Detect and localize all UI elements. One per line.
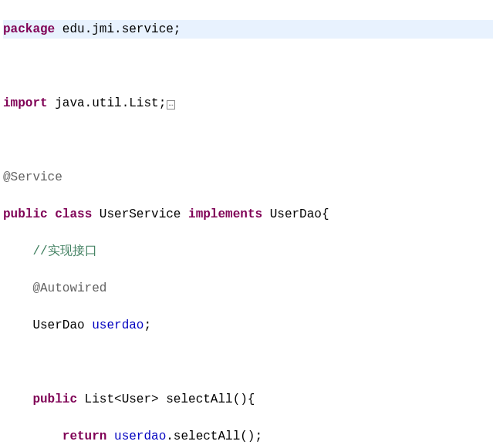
fold-indicator-icon[interactable]: …: [167, 100, 175, 109]
keyword: package: [3, 22, 55, 36]
text: edu.jmi.service;: [55, 22, 181, 36]
type: UserDao: [32, 318, 92, 332]
code-line: [3, 353, 493, 372]
code-line: @Service: [3, 168, 493, 187]
keyword: public: [3, 207, 48, 221]
text: UserDao{: [262, 207, 329, 221]
indent: [3, 281, 32, 295]
class-name: UserService: [92, 207, 188, 221]
code-line: return userdao.selectAll();: [3, 427, 493, 446]
code-line: package edu.jmi.service;: [3, 20, 493, 39]
text: List<User> selectAll(){: [77, 392, 255, 406]
code-line: [3, 57, 493, 76]
code-line: //实现接口: [3, 242, 493, 261]
annotation: @Autowired: [32, 281, 106, 295]
code-editor: package edu.jmi.service; import java.uti…: [0, 0, 493, 448]
field: userdao: [114, 429, 166, 443]
sp: [106, 429, 114, 443]
keyword: public: [32, 392, 77, 406]
code-line: public List<User> selectAll(){: [3, 390, 493, 409]
code-line: [3, 131, 493, 150]
code-line: import java.util.List;…: [3, 94, 493, 113]
code-line: @Autowired: [3, 279, 493, 298]
punct: ;: [144, 318, 151, 332]
text: .selectAll();: [166, 429, 262, 443]
keyword: class: [55, 207, 92, 221]
code-line: UserDao userdao;: [3, 316, 493, 335]
text: java.util.List;: [48, 96, 167, 110]
keyword: return: [62, 429, 107, 443]
annotation: @Service: [3, 170, 62, 184]
indent: [3, 429, 62, 443]
code-line: public class UserService implements User…: [3, 205, 493, 224]
field: userdao: [92, 318, 144, 332]
keyword: implements: [188, 207, 262, 221]
keyword: import: [3, 96, 48, 110]
comment: //实现接口: [32, 244, 96, 258]
indent: [3, 244, 32, 258]
indent: [3, 392, 32, 406]
indent: [3, 318, 32, 332]
